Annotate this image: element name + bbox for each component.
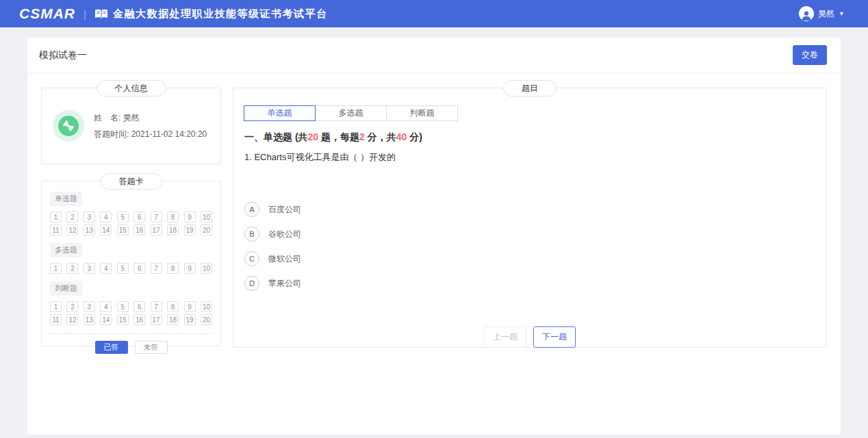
user-menu[interactable]: 昊然 ▼ xyxy=(799,6,845,21)
student-name-label: 姓 名: xyxy=(94,113,120,123)
answer-number-cell[interactable]: 4 xyxy=(100,211,112,222)
answer-number-cell[interactable]: 19 xyxy=(184,224,196,235)
tab-单选题[interactable]: 单选题 xyxy=(244,105,316,121)
answer-number-cell[interactable]: 4 xyxy=(100,301,112,312)
answer-number-cell[interactable]: 20 xyxy=(201,314,212,325)
top-bar: CSMAR | 金融大数据处理职业技能等级证书考试平台 昊然 ▼ xyxy=(0,0,868,27)
answer-number-cell[interactable]: 13 xyxy=(84,224,95,235)
option-label: 百度公司 xyxy=(268,204,301,216)
page-container: 模拟试卷一 交卷 个人信息 xyxy=(27,38,841,435)
legend-unanswered-badge: 未答 xyxy=(135,341,168,354)
answer-number-cell[interactable]: 3 xyxy=(84,211,95,222)
answer-number-cell[interactable]: 3 xyxy=(84,301,95,312)
previous-question-button[interactable]: 上一题 xyxy=(484,326,526,348)
student-name-row: 姓 名: 昊然 xyxy=(94,110,207,126)
answer-number-cell[interactable]: 14 xyxy=(100,314,112,325)
student-avatar-icon xyxy=(53,110,84,142)
personal-info-lines: 姓 名: 昊然 答题时间: 2021-11-02 14:20:20 xyxy=(94,110,207,142)
answer-number-cell[interactable]: 3 xyxy=(84,263,95,274)
answer-number-cell[interactable]: 12 xyxy=(66,224,78,235)
tab-多选题[interactable]: 多选题 xyxy=(315,105,387,121)
answer-number-cell[interactable]: 20 xyxy=(201,224,212,235)
answer-number-cell[interactable]: 5 xyxy=(117,263,129,274)
answer-number-cell[interactable]: 8 xyxy=(167,263,179,274)
section-heading: 一、单选题 (共20 题，每题2 分，共40 分) xyxy=(244,131,815,144)
option-B[interactable]: B谷歌公司 xyxy=(244,227,301,242)
answer-number-cell[interactable]: 10 xyxy=(201,263,212,274)
option-label: 苹果公司 xyxy=(268,278,301,289)
answer-number-cell[interactable]: 7 xyxy=(151,263,162,274)
answer-number-grid: 12345678910 xyxy=(50,263,212,274)
option-radio-A[interactable]: A xyxy=(244,202,259,217)
student-name-value: 昊然 xyxy=(123,113,140,123)
personal-info-card: 个人信息 姓 名: 昊然 xyxy=(41,88,221,164)
answer-number-cell[interactable]: 18 xyxy=(167,314,179,325)
brand: CSMAR | 金融大数据处理职业技能等级证书考试平台 xyxy=(19,5,327,22)
option-C[interactable]: C微软公司 xyxy=(244,251,301,266)
tab-判断题[interactable]: 判断题 xyxy=(386,105,458,121)
answer-number-cell[interactable]: 8 xyxy=(167,301,179,312)
exam-title: 模拟试卷一 xyxy=(39,49,87,62)
answer-number-cell[interactable]: 1 xyxy=(50,211,62,222)
answer-number-cell[interactable]: 16 xyxy=(133,224,145,235)
answer-number-cell[interactable]: 17 xyxy=(151,224,162,235)
answer-number-cell[interactable]: 1 xyxy=(50,301,62,312)
option-radio-B[interactable]: B xyxy=(244,227,259,242)
answer-number-grid: 1234567891011121314151617181920 xyxy=(50,211,212,235)
answer-number-cell[interactable]: 18 xyxy=(167,224,179,235)
answer-number-cell[interactable]: 10 xyxy=(201,301,212,312)
answer-number-cell[interactable]: 17 xyxy=(151,314,162,325)
answer-number-cell[interactable]: 2 xyxy=(66,211,78,222)
answer-number-cell[interactable]: 19 xyxy=(184,314,196,325)
answer-number-cell[interactable]: 11 xyxy=(50,314,62,325)
option-D[interactable]: D苹果公司 xyxy=(244,276,301,291)
answer-number-cell[interactable]: 15 xyxy=(117,224,129,235)
heading-number: 2 xyxy=(359,131,365,142)
answer-number-cell[interactable]: 2 xyxy=(66,301,78,312)
answer-time-value: 2021-11-02 14:20:20 xyxy=(131,129,207,139)
answer-number-cell[interactable]: 6 xyxy=(133,301,145,312)
option-A[interactable]: A百度公司 xyxy=(244,202,301,217)
answer-sheet-card-title: 答题卡 xyxy=(101,173,162,190)
next-question-button[interactable]: 下一题 xyxy=(533,326,576,348)
answer-number-cell[interactable]: 8 xyxy=(167,211,179,222)
left-sidebar: 个人信息 姓 名: 昊然 xyxy=(41,88,221,348)
option-radio-C[interactable]: C xyxy=(244,251,259,266)
question-type-tabs: 单选题多选题判断题 xyxy=(244,105,815,121)
answer-number-cell[interactable]: 12 xyxy=(66,314,78,325)
answer-section-多选题: 多选题12345678910 xyxy=(50,242,212,274)
brand-divider: | xyxy=(84,8,86,20)
heading-number: 20 xyxy=(308,131,319,142)
option-label: 谷歌公司 xyxy=(268,229,301,240)
answer-number-cell[interactable]: 9 xyxy=(184,263,196,274)
exam-title-bar: 模拟试卷一 交卷 xyxy=(27,38,841,73)
answer-number-cell[interactable]: 2 xyxy=(66,263,78,274)
answer-number-cell[interactable]: 14 xyxy=(100,224,112,235)
heading-text: 一、单选题 (共 xyxy=(244,131,308,142)
answer-number-cell[interactable]: 5 xyxy=(117,301,129,312)
answer-number-cell[interactable]: 6 xyxy=(133,263,145,274)
heading-text: 题，每题 xyxy=(318,131,359,142)
answer-number-cell[interactable]: 10 xyxy=(201,211,212,222)
answer-number-cell[interactable]: 5 xyxy=(117,211,129,222)
answer-number-cell[interactable]: 6 xyxy=(133,211,145,222)
user-name: 昊然 xyxy=(818,8,834,20)
answer-section-判断题: 判断题1234567891011121314151617181920 xyxy=(50,280,212,325)
submit-exam-button[interactable]: 交卷 xyxy=(793,45,827,65)
answer-number-cell[interactable]: 15 xyxy=(117,314,129,325)
student-avatar-inner-icon xyxy=(58,116,79,136)
option-radio-D[interactable]: D xyxy=(244,276,259,291)
answer-number-cell[interactable]: 1 xyxy=(50,263,62,274)
options-list: A百度公司B谷歌公司C微软公司D苹果公司 xyxy=(244,202,815,291)
answer-number-cell[interactable]: 11 xyxy=(50,224,62,235)
answer-number-cell[interactable]: 9 xyxy=(184,211,196,222)
answer-number-cell[interactable]: 13 xyxy=(84,314,95,325)
personal-info-card-title: 个人信息 xyxy=(97,80,166,96)
answer-number-cell[interactable]: 4 xyxy=(100,263,112,274)
answer-number-cell[interactable]: 16 xyxy=(133,314,145,325)
answer-number-cell[interactable]: 7 xyxy=(151,211,162,222)
answer-number-cell[interactable]: 7 xyxy=(151,301,162,312)
answer-section-单选题: 单选题1234567891011121314151617181920 xyxy=(50,190,212,235)
answer-sheet-sections: 单选题1234567891011121314151617181920多选题123… xyxy=(50,190,212,325)
answer-number-cell[interactable]: 9 xyxy=(184,301,196,312)
